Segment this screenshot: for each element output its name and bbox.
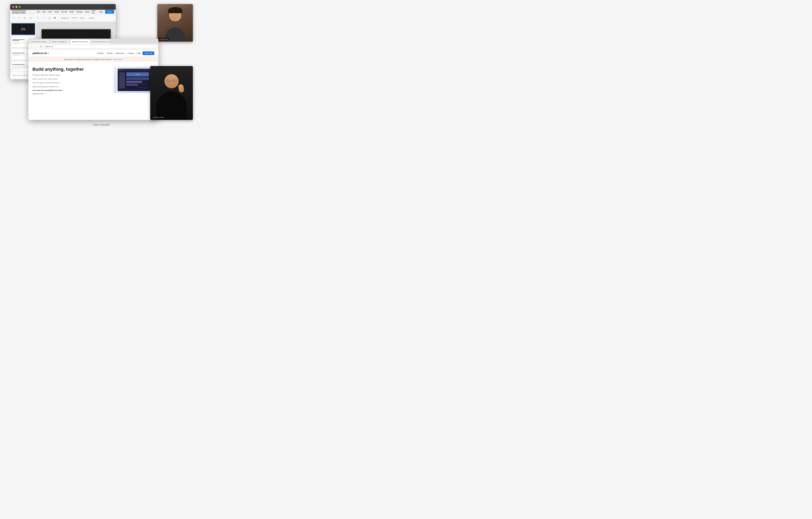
zoom-button[interactable]: 🔍 [28, 16, 33, 20]
menu-slide[interactable]: Slide [69, 11, 74, 13]
browser-tab-4[interactable]: External User Research - Bran... [90, 39, 111, 44]
redo-button[interactable]: ↪ [17, 16, 22, 20]
menu-format[interactable]: Format [61, 11, 67, 13]
browser-tabs-row: Brand Research-Jonathan... prototype - h… [28, 38, 158, 44]
nav-resources[interactable]: Resources [116, 52, 124, 54]
menu-addons[interactable]: Add-ons [92, 10, 97, 14]
hero-image-inner: Post link [114, 67, 154, 93]
menu-view[interactable]: View [48, 11, 52, 13]
nav-pricing[interactable]: Pricing [107, 52, 113, 54]
platform-logo: platform.sh ≡ [32, 52, 49, 55]
page-caption: User research [93, 123, 110, 126]
refresh-button[interactable]: ↻ [39, 45, 42, 48]
browser-addressbar: ‹ › ↻ platform.sh [28, 44, 158, 50]
browser-tab-3[interactable]: Platform sh: the end-to-end... [70, 39, 90, 44]
menu-arrange[interactable]: Arrange [76, 11, 83, 13]
slides-title: Brand Research - Jonathan Potiez [12, 10, 33, 14]
platform-hero-image: Post link [114, 67, 154, 93]
forward-button[interactable]: › [34, 45, 38, 48]
layout-btn[interactable]: Layout ▾ [71, 16, 78, 20]
slides-titlebar [10, 4, 116, 10]
slides-iconbar: ↩ ↪ 🖨 🔍 ↖ T ⬜ 🖼 Background Layout ▾ Them… [10, 14, 116, 22]
text-tool[interactable]: T [41, 16, 46, 20]
transition-btn[interactable]: Transition [86, 16, 96, 20]
free-trial-button[interactable]: Free Trial [143, 51, 154, 55]
slides-toolbar: Brand Research - Jonathan Potiez File Ed… [10, 10, 116, 22]
hero-desc-3: From one app–to a fleet of thousands. [32, 82, 110, 84]
video-name-tag-jonathan: Jonathan Potiez [151, 116, 165, 119]
menu-help[interactable]: Help [99, 11, 103, 13]
hero-title: Build anything, together [32, 67, 110, 72]
theme-btn[interactable]: Theme [79, 16, 86, 20]
undo-button[interactable]: ↩ [11, 16, 16, 20]
slides-menubar: Brand Research - Jonathan Potiez File Ed… [10, 10, 116, 14]
shape-tool[interactable]: ⬜ [47, 16, 52, 20]
platform-nav-links: Product Pricing Resources Contact [97, 52, 134, 54]
maximize-icon[interactable] [19, 6, 21, 8]
back-button[interactable]: ‹ [30, 45, 33, 48]
browser-window: Brand Research-Jonathan... prototype - h… [28, 38, 158, 120]
browser-url-bar[interactable]: platform.sh [44, 45, 157, 49]
minimize-icon[interactable] [16, 6, 18, 8]
browser-content: platform.sh ≡ Product Pricing Resources … [28, 50, 158, 113]
hero-desc-2: Share. Launch. Run. Scale. Evolve. [32, 78, 110, 80]
platform-hero-text: Build anything, together Frontends. Back… [32, 67, 110, 95]
learn-more-link[interactable]: Learn more » [113, 58, 123, 60]
menu-tools[interactable]: Tools [85, 11, 89, 13]
hero-desc-4: Without thinking about infrastructure. [32, 86, 110, 88]
platform-hero: Build anything, together Frontends. Back… [28, 62, 158, 98]
platform-banner: We're proud to be Diamond sponsors of Dr… [28, 57, 158, 62]
background-btn[interactable]: Background [60, 16, 70, 20]
close-icon[interactable] [12, 6, 14, 8]
platform-logo-mark: ≡ [47, 52, 49, 55]
nav-contact[interactable]: Contact [128, 52, 134, 54]
image-tool[interactable]: 🖼 [52, 16, 57, 20]
menu-edit[interactable]: Edit [42, 11, 46, 13]
scene-container: Brand Research - Jonathan Potiez File Ed… [10, 4, 193, 120]
print-button[interactable]: 🖨 [22, 16, 27, 20]
browser-tab-2[interactable]: prototype - homepage test... [50, 39, 69, 44]
share-button[interactable]: Share [105, 10, 114, 13]
hero-video-link[interactable]: Watch the video » [32, 93, 110, 95]
video-participant-louise: Louise King [157, 4, 193, 42]
platform-nav: platform.sh ≡ Product Pricing Resources … [28, 50, 158, 57]
login-button[interactable]: Login [137, 52, 141, 54]
menu-insert[interactable]: Insert [54, 11, 59, 13]
hero-bold: The end-to-end web platform for teams [32, 89, 110, 91]
browser-tab-1[interactable]: Brand Research-Jonathan... [29, 39, 49, 44]
nav-product[interactable]: Product [97, 52, 104, 54]
video-participant-jonathan: Jonathan Potiez [150, 66, 193, 120]
hero-desc-1: Frontends. Backends. Websites. Apps. [32, 74, 110, 77]
jonathan-video [150, 66, 193, 120]
cursor-tool[interactable]: ↖ [36, 16, 40, 20]
slide-thumb-1[interactable]: Brandresearch [11, 23, 35, 35]
menu-file[interactable]: File [37, 11, 40, 13]
video-person-louise [157, 4, 193, 42]
video-name-tag-louise: Louise King [158, 38, 169, 40]
